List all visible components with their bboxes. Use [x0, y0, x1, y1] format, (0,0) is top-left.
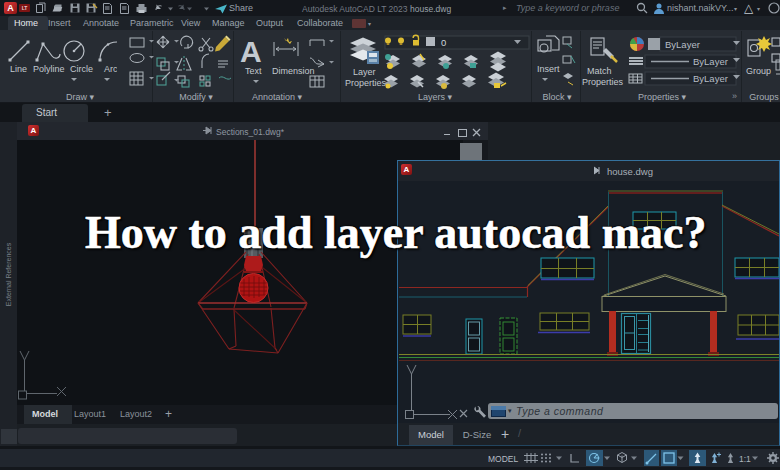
- svg-text:Dimension: Dimension: [272, 66, 315, 76]
- svg-text:Line: Line: [10, 64, 27, 74]
- svg-text:ByLayer: ByLayer: [693, 56, 728, 67]
- svg-text:Text: Text: [245, 66, 262, 76]
- svg-text:Group: Group: [746, 66, 771, 76]
- svg-text:A: A: [240, 35, 262, 68]
- svg-text:Properties: Properties: [345, 78, 387, 88]
- svg-text:Polyline: Polyline: [33, 64, 65, 74]
- svg-text:ByLayer: ByLayer: [693, 73, 728, 84]
- svg-text:0: 0: [441, 37, 446, 48]
- svg-text:Circle: Circle: [70, 64, 93, 74]
- svg-text:Properties: Properties: [582, 77, 624, 87]
- svg-text:ByLayer: ByLayer: [665, 39, 700, 50]
- svg-text:Arc: Arc: [104, 64, 117, 74]
- svg-text:1:1: 1:1: [739, 454, 751, 464]
- svg-text:Layer: Layer: [353, 67, 376, 77]
- svg-text:Match: Match: [587, 66, 612, 76]
- svg-text:Insert: Insert: [537, 64, 560, 74]
